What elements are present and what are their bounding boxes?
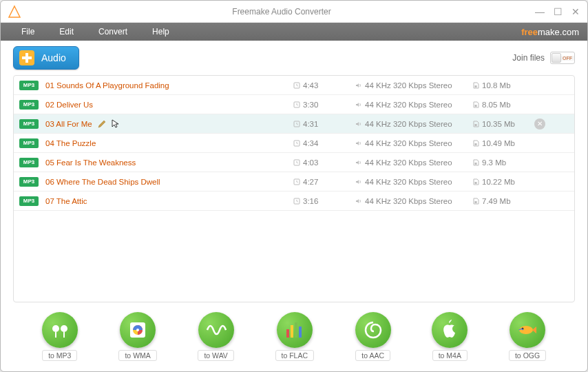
- format-m4a-button[interactable]: to M4A: [432, 312, 468, 361]
- svg-marker-0: [9, 6, 20, 17]
- titlebar: Freemake Audio Converter — ☐ ✕: [1, 1, 587, 23]
- plus-icon: [19, 50, 34, 65]
- track-size: 10.49 Mb: [472, 139, 534, 147]
- track-audio-info: 44 KHz 320 Kbps Stereo: [355, 197, 472, 205]
- svg-rect-23: [299, 327, 302, 338]
- track-audio-info: 44 KHz 320 Kbps Stereo: [355, 178, 472, 186]
- remove-track-button[interactable]: ✕: [534, 118, 545, 130]
- track-duration: 3:16: [293, 197, 355, 205]
- close-button[interactable]: ✕: [571, 7, 580, 17]
- track-duration: 4:34: [293, 139, 355, 147]
- track-title: 02 Deliver Us: [45, 101, 293, 109]
- track-row[interactable]: MP305 Fear Is The Weakness4:0344 KHz 320…: [14, 153, 574, 172]
- bars-icon: [277, 312, 313, 348]
- track-size: 10.8 Mb: [472, 81, 534, 90]
- track-size: 9.3 Mb: [472, 158, 534, 167]
- join-files-label: Join files: [512, 53, 545, 63]
- format-label: to OGG: [509, 350, 546, 361]
- add-audio-label: Audio: [41, 52, 66, 63]
- track-row[interactable]: MP306 Where The Dead Ships Dwell4:2744 K…: [14, 172, 574, 192]
- track-title: 03 All For Me: [45, 119, 293, 129]
- toolbar: Audio Join files OFF: [1, 41, 587, 75]
- svg-point-19: [136, 329, 139, 331]
- menu-edit[interactable]: Edit: [47, 27, 86, 37]
- format-label: to MP3: [42, 350, 77, 361]
- svg-rect-14: [475, 201, 477, 203]
- menu-convert[interactable]: Convert: [86, 27, 140, 37]
- apple-icon: [432, 312, 468, 348]
- track-size: 10.35 Mb: [472, 120, 534, 128]
- format-label: to FLAC: [275, 350, 315, 361]
- track-title: 01 Sounds Of A Playground Fading: [45, 81, 293, 90]
- brand-link[interactable]: freemake.com: [521, 27, 579, 37]
- svg-rect-8: [475, 143, 477, 145]
- track-size: 8.05 Mb: [472, 101, 534, 109]
- track-duration: 4:43: [293, 81, 355, 90]
- format-bar: to MP3to WMAto WAVto FLACto AACto M4Ato …: [1, 309, 587, 371]
- track-title: 04 The Puzzle: [45, 139, 293, 147]
- format-wav-button[interactable]: to WAV: [198, 312, 233, 361]
- maximize-button[interactable]: ☐: [553, 7, 563, 17]
- track-row[interactable]: MP304 The Puzzle4:3444 KHz 320 Kbps Ster…: [14, 134, 574, 153]
- format-badge: MP3: [19, 177, 39, 187]
- track-row[interactable]: MP302 Deliver Us3:3044 KHz 320 Kbps Ster…: [14, 95, 574, 114]
- svg-rect-4: [475, 105, 477, 107]
- track-size: 7.49 Mb: [472, 197, 534, 205]
- track-row[interactable]: MP303 All For Me4:3144 KHz 320 Kbps Ster…: [14, 114, 574, 134]
- app-window: Freemake Audio Converter — ☐ ✕ File Edit…: [0, 0, 588, 372]
- track-audio-info: 44 KHz 320 Kbps Stereo: [355, 158, 472, 167]
- svg-rect-20: [286, 329, 289, 338]
- svg-rect-6: [475, 124, 477, 126]
- track-list: MP301 Sounds Of A Playground Fading4:434…: [13, 75, 575, 302]
- svg-rect-2: [475, 85, 477, 87]
- format-ogg-button[interactable]: to OGG: [509, 312, 546, 361]
- swirl-icon: [355, 312, 391, 348]
- track-title: 05 Fear Is The Weakness: [45, 158, 293, 167]
- format-badge: MP3: [19, 158, 39, 167]
- format-badge: MP3: [19, 196, 39, 206]
- svg-rect-10: [475, 163, 477, 165]
- track-audio-info: 44 KHz 320 Kbps Stereo: [355, 81, 472, 90]
- track-row[interactable]: MP301 Sounds Of A Playground Fading4:434…: [14, 76, 574, 95]
- menu-file[interactable]: File: [9, 27, 47, 37]
- app-logo-icon: [8, 5, 21, 19]
- svg-rect-12: [475, 182, 477, 184]
- track-duration: 3:30: [293, 101, 355, 109]
- cursor-icon: [112, 119, 120, 129]
- edit-icon[interactable]: [98, 120, 106, 128]
- track-row[interactable]: MP307 The Attic3:1644 KHz 320 Kbps Stere…: [14, 192, 574, 211]
- svg-rect-21: [291, 325, 293, 338]
- format-badge: MP3: [19, 138, 39, 148]
- wave-icon: [198, 312, 234, 348]
- toggle-state: OFF: [560, 56, 574, 61]
- minimize-button[interactable]: —: [535, 7, 545, 17]
- format-badge: MP3: [19, 119, 39, 129]
- format-wma-button[interactable]: to WMA: [118, 312, 156, 361]
- format-mp3-button[interactable]: to MP3: [42, 312, 78, 361]
- track-audio-info: 44 KHz 320 Kbps Stereo: [355, 139, 472, 147]
- track-audio-info: 44 KHz 320 Kbps Stereo: [355, 101, 472, 109]
- format-badge: MP3: [19, 100, 39, 110]
- format-label: to WMA: [118, 350, 156, 361]
- track-size: 10.22 Mb: [472, 178, 534, 186]
- wma-icon: [120, 312, 156, 348]
- svg-point-24: [519, 326, 533, 334]
- track-duration: 4:27: [293, 178, 355, 186]
- add-audio-button[interactable]: Audio: [13, 46, 79, 70]
- track-duration: 4:03: [293, 158, 355, 167]
- svg-point-15: [52, 325, 59, 332]
- window-title: Freemake Audio Converter: [28, 7, 535, 17]
- menubar: File Edit Convert Help freemake.com: [1, 23, 587, 41]
- format-aac-button[interactable]: to AAC: [355, 312, 391, 361]
- svg-point-16: [61, 325, 67, 332]
- earbuds-icon: [42, 312, 78, 348]
- format-flac-button[interactable]: to FLAC: [275, 312, 315, 361]
- join-files-toggle[interactable]: OFF: [550, 52, 575, 64]
- track-title: 06 Where The Dead Ships Dwell: [45, 178, 293, 186]
- fish-icon: [510, 312, 545, 348]
- format-label: to WAV: [198, 350, 233, 361]
- window-controls: — ☐ ✕: [535, 7, 580, 17]
- format-label: to AAC: [355, 350, 390, 361]
- menu-help[interactable]: Help: [140, 27, 182, 37]
- track-audio-info: 44 KHz 320 Kbps Stereo: [355, 120, 472, 128]
